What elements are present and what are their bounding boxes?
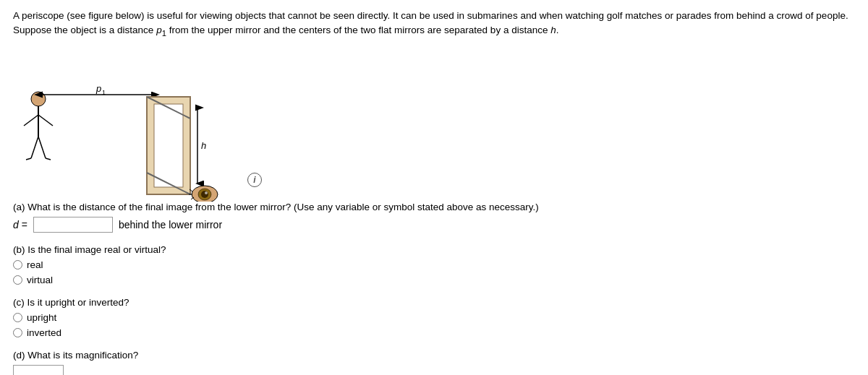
question-d-input[interactable]	[13, 365, 64, 375]
svg-text:h: h	[201, 140, 206, 151]
intro-paragraph: A periscope (see figure below) is useful…	[13, 9, 855, 40]
question-a: (a) What is the distance of the final im…	[13, 202, 855, 233]
radio-inverted[interactable]: inverted	[13, 327, 855, 338]
radio-upright[interactable]: upright	[13, 312, 855, 323]
radio-real[interactable]: real	[13, 259, 855, 270]
svg-line-3	[38, 115, 53, 126]
radio-virtual[interactable]: virtual	[13, 275, 855, 285]
svg-line-2	[24, 115, 38, 126]
question-c-options: upright inverted	[13, 312, 855, 338]
behind-lower-mirror-label: behind the lower mirror	[119, 219, 222, 230]
radio-inverted-label: inverted	[27, 327, 61, 338]
question-c: (c) Is it upright or inverted? upright i…	[13, 297, 855, 338]
svg-line-6	[26, 158, 31, 160]
svg-line-5	[38, 137, 46, 158]
svg-line-7	[46, 158, 51, 160]
radio-virtual-label: virtual	[27, 275, 53, 285]
radio-upright-label: upright	[27, 312, 56, 323]
radio-real-label: real	[27, 259, 43, 270]
svg-line-4	[31, 137, 38, 158]
svg-point-0	[31, 92, 46, 106]
svg-point-19	[201, 191, 208, 198]
radio-inverted-input[interactable]	[13, 328, 22, 337]
radio-real-input[interactable]	[13, 260, 22, 270]
d-equals-label: d =	[13, 219, 27, 230]
question-b-options: real virtual	[13, 259, 855, 285]
question-b: (b) Is the final image real or virtual? …	[13, 244, 855, 285]
question-a-input[interactable]	[33, 217, 113, 233]
question-d-label: (d) What is its magnification?	[13, 350, 855, 361]
info-icon[interactable]: i	[247, 173, 262, 187]
question-a-label: (a) What is the distance of the final im…	[13, 202, 855, 212]
question-b-label: (b) Is the final image real or virtual?	[13, 244, 855, 255]
radio-upright-input[interactable]	[13, 313, 22, 322]
question-d: (d) What is its magnification?	[13, 350, 855, 375]
periscope-diagram: p 1	[13, 50, 223, 194]
svg-point-20	[205, 191, 208, 194]
svg-rect-12	[154, 104, 183, 187]
svg-text:1: 1	[102, 89, 106, 96]
radio-virtual-input[interactable]	[13, 275, 22, 285]
svg-text:p: p	[95, 83, 101, 94]
question-c-label: (c) Is it upright or inverted?	[13, 297, 855, 308]
